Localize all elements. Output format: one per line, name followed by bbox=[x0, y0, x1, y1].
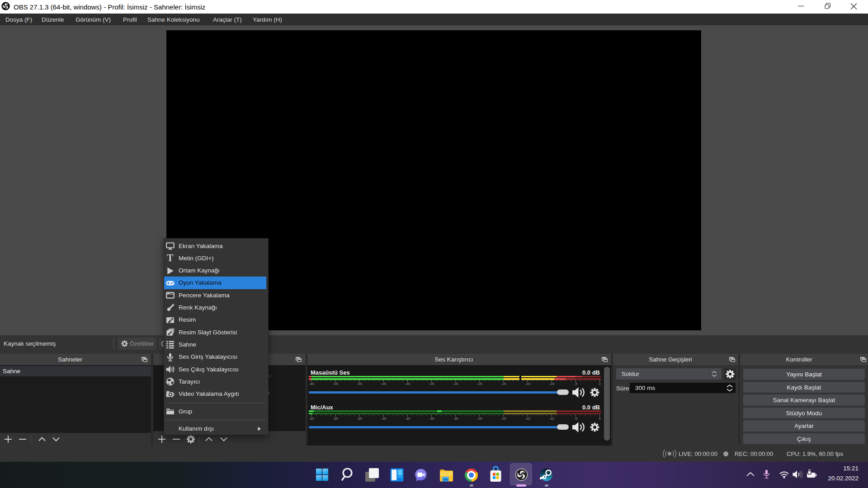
svg-text:-50: -50 bbox=[357, 417, 362, 421]
svg-text:-25: -25 bbox=[477, 417, 482, 421]
svg-text:-60: -60 bbox=[309, 382, 314, 386]
svg-text:-60: -60 bbox=[309, 417, 314, 421]
svg-text:0: 0 bbox=[599, 417, 601, 421]
svg-text:-20: -20 bbox=[501, 382, 506, 386]
svg-text:-15: -15 bbox=[525, 382, 530, 386]
svg-text:T: T bbox=[167, 254, 174, 263]
svg-text:-40: -40 bbox=[405, 417, 410, 421]
svg-text:-10: -10 bbox=[549, 417, 554, 421]
svg-text:-35: -35 bbox=[429, 382, 434, 386]
svg-text:0: 0 bbox=[599, 382, 601, 386]
svg-text:-45: -45 bbox=[381, 382, 387, 386]
svg-text:-5: -5 bbox=[574, 382, 578, 386]
svg-text:-30: -30 bbox=[453, 417, 458, 421]
svg-text:-55: -55 bbox=[333, 382, 338, 386]
svg-text:-15: -15 bbox=[525, 417, 530, 421]
svg-text:-40: -40 bbox=[405, 382, 410, 386]
svg-text:-25: -25 bbox=[477, 382, 482, 386]
svg-text:-55: -55 bbox=[333, 417, 338, 421]
svg-text:-30: -30 bbox=[453, 382, 458, 386]
svg-text:-10: -10 bbox=[549, 382, 554, 386]
svg-text:-45: -45 bbox=[381, 417, 387, 421]
svg-text:-50: -50 bbox=[357, 382, 362, 386]
svg-text:-35: -35 bbox=[429, 417, 434, 421]
svg-text:-5: -5 bbox=[574, 417, 578, 421]
svg-text:-20: -20 bbox=[501, 417, 506, 421]
